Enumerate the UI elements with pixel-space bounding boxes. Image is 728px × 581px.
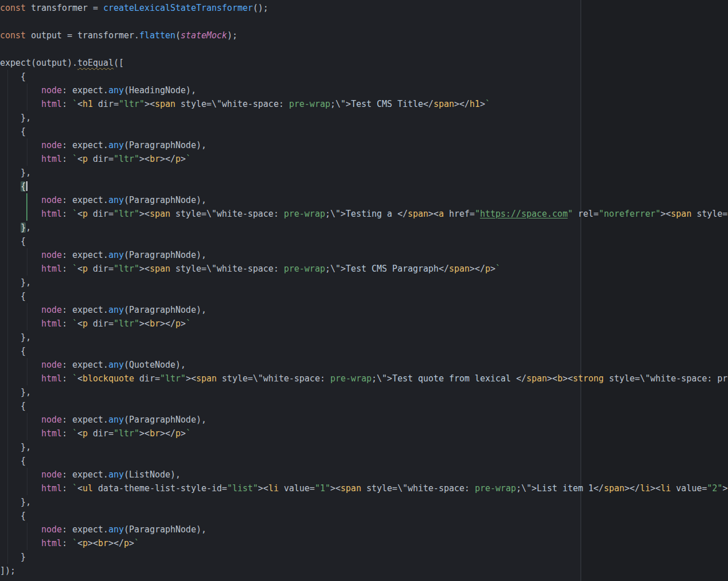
code-token: style=\"white-space: pr (604, 373, 728, 384)
code-line[interactable] (0, 15, 728, 29)
code-token: { (0, 236, 26, 246)
code-token: (ParagraphNode), (124, 195, 207, 205)
code-line[interactable]: const output = transformer.flatten(state… (0, 29, 728, 42)
code-line[interactable]: }, (0, 276, 728, 289)
indent-guide (7, 536, 8, 550)
code-token: : expect. (62, 250, 108, 260)
code-token: any (109, 85, 124, 95)
code-line[interactable]: html: `<blockquote dir="ltr"><span style… (0, 372, 728, 385)
code-token: }, (0, 442, 31, 452)
indent-guide (7, 427, 8, 440)
code-token: stateMock (181, 30, 227, 41)
code-token: any (109, 469, 124, 480)
code-line[interactable]: html: `<p dir="ltr"><span style=\"white-… (0, 207, 728, 221)
code-line[interactable] (0, 42, 728, 56)
code-token: </ (439, 264, 449, 274)
code-token: node (41, 305, 62, 315)
code-line[interactable]: html: `<p dir="ltr"><br></p>` (0, 317, 728, 331)
code-line[interactable]: }, (0, 331, 728, 344)
code-token: "list" (227, 483, 258, 494)
code-line[interactable]: { (0, 289, 728, 303)
code-token: data-theme-list-style-id= (93, 483, 227, 494)
code-line[interactable]: } (0, 550, 728, 564)
code-line[interactable]: node: expect.any(ParagraphNode), (0, 523, 728, 536)
code-token: br (98, 538, 109, 548)
code-token: (ParagraphNode), (124, 250, 207, 260)
code-token: : expect. (62, 195, 108, 205)
code-token: : (62, 319, 72, 329)
code-token: p (83, 428, 88, 439)
code-token: style=\"white-space: (217, 373, 330, 384)
code-line[interactable]: }, (0, 166, 728, 180)
code-token: expect(output). (0, 58, 77, 68)
indent-guide (7, 221, 8, 234)
code-token: node (41, 469, 62, 480)
indent-guide (27, 523, 27, 536)
code-token: html (41, 428, 62, 439)
code-line[interactable]: html: `<p><br></p>` (0, 536, 728, 550)
code-token: { (0, 71, 26, 82)
code-line[interactable]: }, (0, 385, 728, 399)
code-line[interactable]: { (0, 344, 728, 358)
code-token: "ltr" (119, 99, 145, 109)
code-line[interactable]: }, (0, 111, 728, 125)
code-line[interactable]: node: expect.any(HeadingNode), (0, 83, 728, 97)
code-token: > (181, 319, 186, 329)
code-line[interactable]: }, (0, 440, 728, 454)
code-token: p (124, 538, 129, 548)
code-line[interactable]: { (0, 180, 728, 193)
code-token: ` (186, 154, 191, 164)
code-token: : expect. (62, 360, 108, 370)
code-line[interactable]: node: expect.any(ParagraphNode), (0, 193, 728, 207)
code-token: : (62, 264, 72, 274)
code-token: ` (495, 264, 501, 274)
code-line[interactable]: { (0, 125, 728, 138)
code-token: p (175, 428, 181, 439)
code-token: "ltr" (114, 209, 139, 219)
code-line[interactable]: node: expect.any(ParagraphNode), (0, 303, 728, 317)
code-line[interactable]: node: expect.any(ParagraphNode), (0, 413, 728, 427)
code-line[interactable]: expect(output).toEqual([ (0, 56, 728, 70)
code-line[interactable]: { (0, 70, 728, 83)
matched-brace: { (21, 181, 26, 192)
code-token: < (77, 483, 82, 494)
code-line[interactable]: }, (0, 495, 728, 509)
code-line[interactable]: html: `<p dir="ltr"><br></p>` (0, 427, 728, 440)
code-line[interactable]: const transformer = createLexicalStateTr… (0, 1, 728, 15)
code-line[interactable]: { (0, 454, 728, 468)
code-line[interactable]: html: `<p dir="ltr"><br></p>` (0, 152, 728, 166)
code-line[interactable]: html: `<ul data-theme-list-style-id="lis… (0, 481, 728, 495)
code-token: > (181, 154, 186, 164)
code-token (0, 469, 41, 480)
code-line[interactable]: { (0, 234, 728, 248)
indent-guide (7, 125, 8, 138)
code-line[interactable]: { (0, 509, 728, 523)
code-line[interactable]: node: expect.any(ParagraphNode), (0, 138, 728, 152)
code-token: < (77, 428, 82, 439)
code-line[interactable]: node: expect.any(QuoteNode), (0, 358, 728, 372)
code-token: ); (227, 30, 237, 41)
code-token (0, 524, 41, 535)
code-token (0, 305, 41, 315)
code-line[interactable]: }, (0, 221, 728, 234)
code-line[interactable]: html: `<h1 dir="ltr"><span style=\"white… (0, 97, 728, 111)
code-token: ></ (160, 319, 175, 329)
code-token: Test CMS Paragraph (346, 264, 439, 274)
code-line[interactable]: ]); (0, 564, 728, 578)
code-token: style= (691, 209, 727, 219)
indent-guide (7, 262, 8, 276)
code-line[interactable]: node: expect.any(ParagraphNode), (0, 248, 728, 262)
url-link[interactable]: https://space.com (480, 209, 568, 219)
code-token: span (196, 373, 217, 384)
code-token: node (41, 195, 62, 205)
code-token: }, (0, 387, 31, 397)
code-line[interactable]: node: expect.any(ListNode), (0, 468, 728, 481)
code-line[interactable]: { (0, 399, 728, 413)
code-editor[interactable]: const transformer = createLexicalStateTr… (0, 0, 728, 581)
code-token: dir= (88, 154, 114, 164)
code-line[interactable]: html: `<p dir="ltr"><span style=\"white-… (0, 262, 728, 276)
indent-guide (7, 276, 8, 289)
code-token: >< (258, 483, 269, 494)
code-token: < (77, 154, 82, 164)
code-token: any (109, 250, 124, 260)
